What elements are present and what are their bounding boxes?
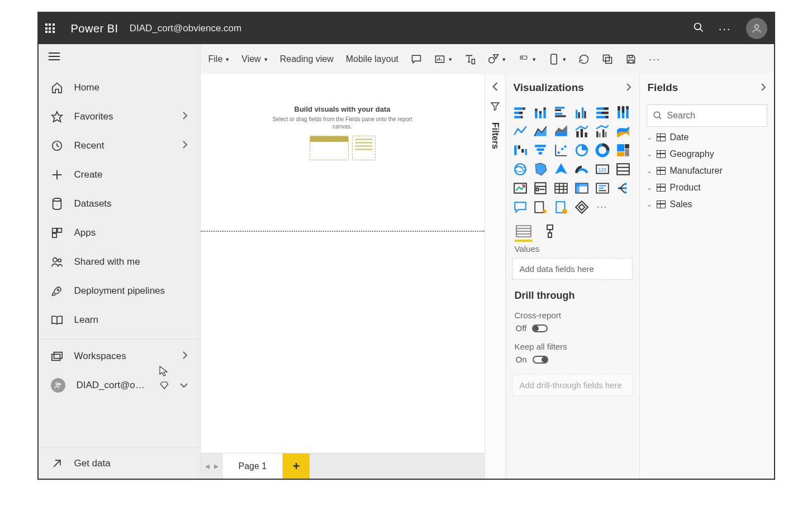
line-clustered-icon[interactable]	[595, 123, 610, 139]
svg-rect-72	[626, 106, 628, 109]
buttons-menu[interactable]: ▾	[518, 54, 536, 65]
add-page-button[interactable]: +	[283, 453, 310, 479]
field-table-date[interactable]: ⌄ Date	[647, 132, 767, 142]
svg-rect-99	[625, 149, 629, 156]
duplicate-icon[interactable]	[602, 54, 613, 65]
svg-marker-146	[160, 366, 167, 376]
next-page-icon[interactable]: ▸	[214, 461, 219, 471]
drill-drop-well[interactable]: Add drill-through fields here	[512, 374, 633, 396]
visual-menu[interactable]: ▾	[548, 54, 566, 65]
filters-pane-collapsed[interactable]: Filters	[485, 74, 506, 479]
nav-home[interactable]: Home	[39, 73, 200, 102]
more-icon[interactable]: ···	[715, 22, 735, 35]
field-table-sales[interactable]: ⌄ Sales	[647, 199, 767, 209]
power-apps-icon[interactable]	[574, 199, 590, 215]
stacked100-bar-icon[interactable]	[595, 104, 610, 120]
scatter-icon[interactable]	[553, 142, 569, 158]
nav-shared[interactable]: Shared with me	[39, 247, 200, 276]
keep-filters-label: Keep all filters	[506, 334, 639, 354]
line-column-icon[interactable]	[574, 123, 590, 139]
funnel-icon[interactable]	[533, 142, 548, 158]
search-icon[interactable]	[693, 22, 704, 35]
clustered-bar-icon[interactable]	[553, 104, 569, 120]
r-visual-icon[interactable]	[595, 180, 610, 196]
nav-create[interactable]: Create	[39, 160, 200, 189]
map-icon[interactable]	[512, 161, 528, 177]
table-icon[interactable]	[553, 180, 569, 196]
toggle-on-icon	[533, 356, 548, 364]
refresh-icon[interactable]	[578, 54, 590, 65]
donut-icon[interactable]	[595, 142, 610, 158]
fields-tab[interactable]	[516, 224, 531, 238]
svg-point-21	[59, 383, 60, 385]
fields-search-input[interactable]: Search	[647, 104, 767, 127]
nav-recent[interactable]: Recent	[39, 131, 200, 160]
multirow-card-icon[interactable]	[615, 161, 631, 177]
nav-datasets[interactable]: Datasets	[39, 189, 200, 218]
more-visuals-icon[interactable]: ···	[595, 199, 610, 215]
decomposition-icon[interactable]	[615, 180, 631, 196]
nav-favorites[interactable]: Favorites	[39, 102, 200, 131]
cross-report-toggle[interactable]: Off	[506, 322, 639, 334]
pie-icon[interactable]	[574, 142, 590, 158]
stacked-bar-icon[interactable]	[512, 104, 528, 120]
view-menu[interactable]: View ▾	[241, 54, 267, 64]
kpi-icon[interactable]	[512, 180, 528, 196]
report-canvas[interactable]: Build visuals with your data Select or d…	[201, 74, 485, 479]
prev-page-icon[interactable]: ◂	[205, 461, 210, 471]
field-table-product[interactable]: ⌄ Product	[647, 183, 767, 193]
matrix-icon[interactable]	[574, 180, 590, 196]
gauge-icon[interactable]	[574, 161, 590, 177]
page-tab[interactable]: Page 1	[223, 453, 283, 479]
azure-map-icon[interactable]	[553, 161, 569, 177]
svg-rect-11	[52, 228, 56, 232]
collapse-viz-pane-icon[interactable]	[626, 82, 631, 94]
line-chart-icon[interactable]	[512, 123, 528, 139]
qa-icon[interactable]	[512, 199, 528, 215]
text-box-icon[interactable]	[464, 54, 476, 65]
stacked-column-icon[interactable]	[533, 104, 548, 120]
avatar[interactable]	[746, 18, 767, 39]
chat-icon[interactable]	[411, 54, 422, 65]
svg-point-0	[694, 23, 701, 30]
cross-report-label: Cross-report	[506, 306, 639, 322]
field-table-geography[interactable]: ⌄ Geography	[647, 149, 767, 159]
stacked100-column-icon[interactable]	[615, 104, 631, 120]
get-data-button[interactable]: Get data	[39, 447, 200, 479]
key-influencers-icon[interactable]	[533, 199, 548, 215]
format-tab[interactable]	[544, 224, 556, 238]
shapes-menu[interactable]: ▾	[488, 54, 506, 65]
field-table-manufacturer[interactable]: ⌄ Manufacturer	[647, 166, 767, 176]
reading-view-button[interactable]: Reading view	[280, 54, 334, 64]
toolbar-more-icon[interactable]: ···	[649, 54, 661, 65]
mobile-layout-button[interactable]: Mobile layout	[346, 54, 398, 64]
explore-menu[interactable]: ▾	[434, 54, 452, 65]
ribbon-chart-icon[interactable]	[615, 123, 631, 139]
clustered-column-icon[interactable]	[574, 104, 590, 120]
nav-workspaces[interactable]: Workspaces	[39, 342, 200, 371]
treemap-icon[interactable]	[615, 142, 631, 158]
values-drop-well[interactable]: Add data fields here	[512, 258, 633, 280]
paginated-icon[interactable]	[553, 199, 569, 215]
nav-apps[interactable]: Apps	[39, 218, 200, 247]
chart-icon	[434, 54, 445, 65]
nav-learn[interactable]: Learn	[39, 305, 200, 335]
svg-point-101	[515, 164, 526, 175]
nav-pipelines[interactable]: Deployment pipelines	[39, 276, 200, 305]
app-launcher-icon[interactable]	[45, 23, 55, 34]
file-menu[interactable]: File ▾	[208, 54, 230, 64]
keep-filters-toggle[interactable]: On	[506, 354, 639, 365]
card-icon[interactable]: 123	[595, 161, 610, 177]
hamburger-icon[interactable]	[39, 44, 200, 69]
waterfall-icon[interactable]	[512, 142, 528, 158]
slicer-icon[interactable]	[533, 180, 548, 196]
stacked-area-icon[interactable]	[553, 123, 569, 139]
save-icon[interactable]	[625, 54, 637, 65]
svg-rect-80	[599, 133, 600, 137]
area-chart-icon[interactable]	[533, 123, 548, 139]
collapse-fields-pane-icon[interactable]	[761, 82, 766, 94]
filled-map-icon[interactable]	[533, 161, 548, 177]
svg-rect-39	[629, 60, 633, 63]
svg-rect-84	[517, 145, 520, 149]
nav-current-workspace[interactable]: DIAD_cort@obvi...	[39, 371, 200, 400]
